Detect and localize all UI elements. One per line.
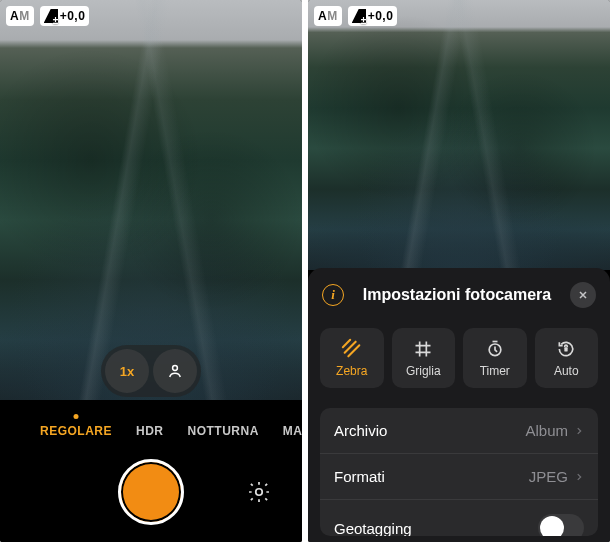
viewfinder[interactable]: [0, 0, 302, 400]
info-icon: i: [331, 287, 335, 303]
svg-rect-3: [565, 347, 568, 351]
geotagging-toggle[interactable]: [538, 514, 584, 536]
close-button[interactable]: [570, 282, 596, 308]
tool-zebra[interactable]: Zebra: [320, 328, 384, 388]
tool-label: Zebra: [336, 364, 367, 378]
settings-button[interactable]: [244, 477, 274, 507]
tool-grid[interactable]: Griglia: [392, 328, 456, 388]
grid-icon: [412, 338, 434, 360]
row-formats[interactable]: Formati JPEG: [320, 453, 598, 499]
zoom-label: 1x: [120, 364, 134, 379]
camera-settings-sheet: i Impostazioni fotocamera Zebra: [308, 268, 610, 542]
shutter-button[interactable]: [118, 459, 184, 525]
row-geotagging[interactable]: Geotagging: [320, 499, 598, 536]
close-icon: [577, 289, 589, 301]
mode-m-letter: M: [327, 9, 338, 23]
settings-list: Archivio Album Formati JPEG Geotagging: [320, 408, 598, 536]
exposure-value: +0,0: [368, 9, 394, 23]
info-button[interactable]: i: [322, 284, 344, 306]
gear-icon: [246, 479, 272, 505]
sheet-header: i Impostazioni fotocamera: [308, 268, 610, 324]
tool-label: Griglia: [406, 364, 441, 378]
exposure-icon: [352, 9, 366, 23]
zoom-button[interactable]: 1x: [105, 349, 149, 393]
mode-night[interactable]: NOTTURNA: [188, 424, 259, 438]
timer-icon: [484, 338, 506, 360]
mode-am-badge[interactable]: AM: [314, 6, 342, 26]
chevron-right-icon: [574, 424, 584, 438]
row-value: Album: [525, 422, 568, 439]
tool-label: Timer: [480, 364, 510, 378]
viewfinder-controls: 1x: [101, 345, 201, 397]
exposure-badge[interactable]: +0,0: [348, 6, 398, 26]
tool-label: Auto: [554, 364, 579, 378]
row-value: JPEG: [529, 468, 568, 485]
row-label: Geotagging: [334, 520, 538, 537]
zebra-icon: [341, 338, 363, 360]
mode-strip[interactable]: REGOLARE HDR NOTTURNA MA: [0, 424, 302, 438]
mode-next-partial[interactable]: MA: [283, 424, 302, 438]
mode-a-letter: A: [318, 9, 327, 23]
sheet-title: Impostazioni fotocamera: [344, 286, 570, 304]
exposure-value: +0,0: [60, 9, 86, 23]
top-badges: AM +0,0: [6, 6, 89, 26]
row-label: Archivio: [334, 422, 525, 439]
portrait-button[interactable]: [153, 349, 197, 393]
svg-point-1: [256, 489, 263, 496]
chevron-right-icon: [574, 470, 584, 484]
svg-point-0: [173, 366, 178, 371]
gallery-thumbnail[interactable]: [28, 477, 58, 507]
mode-hdr[interactable]: HDR: [136, 424, 164, 438]
viewfinder: [308, 0, 610, 270]
person-icon: [166, 362, 184, 380]
mode-regular[interactable]: REGOLARE: [40, 424, 112, 438]
row-label: Formati: [334, 468, 529, 485]
mode-a-letter: A: [10, 9, 19, 23]
camera-screen-main: AM +0,0 1x REGOLARE: [0, 0, 302, 542]
exposure-badge[interactable]: +0,0: [40, 6, 90, 26]
row-archive[interactable]: Archivio Album: [320, 408, 598, 453]
mode-am-badge[interactable]: AM: [6, 6, 34, 26]
mode-m-letter: M: [19, 9, 30, 23]
top-badges: AM +0,0: [314, 6, 397, 26]
bottom-bar: [0, 442, 302, 542]
rotation-lock-icon: [555, 338, 577, 360]
camera-screen-settings: AM +0,0 i Impostazioni fotocamera: [308, 0, 610, 542]
exposure-icon: [44, 9, 58, 23]
quick-tools: Zebra Griglia Time: [308, 324, 610, 402]
tool-timer[interactable]: Timer: [463, 328, 527, 388]
tool-auto-rotation[interactable]: Auto: [535, 328, 599, 388]
